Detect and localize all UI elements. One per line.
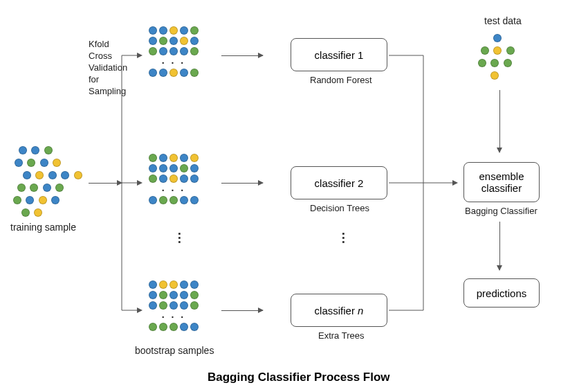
arrow-bsn-to-clfn (221, 310, 263, 311)
classifier-2-label: classifier 2 (315, 177, 364, 189)
classifier-n-sub: Extra Trees (318, 330, 364, 341)
svg-marker-6 (137, 180, 143, 186)
arrow-training-to-bootstrap (89, 183, 122, 184)
ellipsis-dots: · · · (149, 185, 199, 196)
ensemble-sub: Bagging Classifier (465, 206, 538, 216)
classifier-n-label: classifier n (315, 305, 364, 317)
bootstrap-sample-2: · · · (149, 154, 199, 206)
bootstrap-sample-n: · · · (149, 280, 199, 333)
classifier-1-label: classifier 1 (315, 49, 364, 61)
classifier-n-box: classifier n (291, 294, 387, 327)
predictions-box: predictions (463, 278, 540, 308)
branch-connector-right (389, 55, 458, 312)
bootstrap-sample-1: · · · (149, 26, 199, 79)
test-data-label: test data (484, 15, 522, 26)
branch-connector-left (122, 55, 143, 312)
diagram-title: Bagging Classifier Process Flow (208, 371, 390, 384)
training-sample-cluster (12, 145, 95, 220)
training-sample-label: training sample (10, 222, 76, 233)
ellipsis-dots: · · · (149, 57, 199, 69)
predictions-label: predictions (477, 287, 527, 299)
vertical-ellipsis-classifiers: ··· (336, 232, 350, 244)
classifier-1-box: classifier 1 (291, 38, 387, 71)
ensemble-label: ensemble classifier (479, 170, 524, 194)
ensemble-box: ensemble classifier (463, 162, 540, 202)
ellipsis-dots: · · · (149, 312, 199, 323)
arrow-bs2-to-clf2 (221, 183, 263, 184)
arrow-test-to-ensemble (499, 90, 500, 152)
arrow-bs1-to-clf1 (221, 55, 263, 56)
classifier-2-sub: Decision Trees (310, 203, 369, 213)
classifier-1-sub: Random Forest (310, 75, 372, 85)
vertical-ellipsis-bootstrap: ··· (172, 232, 186, 244)
svg-marker-7 (137, 308, 143, 313)
classifier-2-box: classifier 2 (291, 166, 387, 199)
arrow-ensemble-to-predictions (499, 222, 500, 270)
test-data-cluster (477, 33, 515, 83)
svg-marker-13 (452, 180, 458, 186)
svg-marker-5 (137, 53, 143, 58)
bootstrap-samples-label: bootstrap samples (135, 345, 214, 356)
